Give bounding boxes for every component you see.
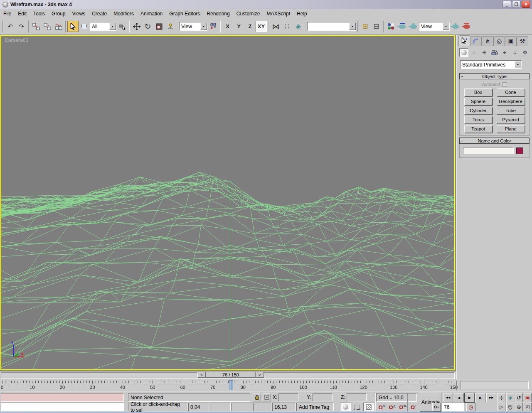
menu-edit[interactable]: Edit	[15, 10, 30, 17]
menu-customize[interactable]: Customize	[233, 10, 264, 17]
box-button[interactable]: Box	[464, 88, 493, 96]
snap-toggle-3d-button[interactable]: Ω3	[377, 403, 387, 411]
minimize-button[interactable]: _	[502, 1, 511, 8]
object-name-input[interactable]	[463, 147, 514, 154]
array-button[interactable]: ∷	[281, 21, 293, 32]
mirror-button[interactable]: ⋈	[270, 21, 281, 32]
go-to-start-button[interactable]: ◀◀	[443, 393, 453, 402]
selection-mode-button[interactable]	[352, 403, 362, 411]
category-cameras[interactable]	[490, 48, 499, 57]
restore-button[interactable]: ❐	[512, 1, 521, 8]
dropdown-arrow-icon[interactable]: ▼	[349, 23, 356, 30]
menu-maxscript[interactable]: MAXScript	[263, 10, 293, 17]
restrict-y-button[interactable]: Y	[233, 21, 244, 32]
menu-graph-editors[interactable]: Graph Editors	[166, 10, 203, 17]
torus-button[interactable]: Torus	[464, 116, 493, 124]
reference-coordinate-system-dropdown[interactable]: View ▼	[179, 22, 207, 31]
autogrid-checkbox[interactable]	[502, 82, 507, 87]
primitives-category-dropdown[interactable]: Standard Primitives ▼	[460, 60, 522, 69]
spinner-snap-toggle-button[interactable]: Ω↕	[409, 403, 418, 411]
time-display-field[interactable]	[272, 403, 296, 411]
play-button[interactable]: ▶	[465, 393, 475, 402]
tab-hierarchy[interactable]: ⋔	[482, 36, 493, 46]
tab-utilities[interactable]: ⚒	[517, 36, 528, 46]
selection-filter-dropdown[interactable]: All ▼	[90, 22, 116, 31]
select-and-move-button[interactable]	[131, 21, 142, 32]
dolly-camera-button[interactable]: ⊹	[498, 393, 505, 402]
quick-render-production-button[interactable]	[461, 21, 472, 32]
geosphere-button[interactable]: GeoSphere	[497, 98, 525, 106]
viewport-canvas[interactable]	[1, 36, 454, 369]
name-color-rollout-header[interactable]: - Name and Color	[459, 138, 530, 144]
redo-button[interactable]: ↷	[16, 21, 27, 32]
category-lights[interactable]: ☀	[480, 48, 489, 57]
y-coord-field[interactable]	[313, 393, 332, 401]
dropdown-arrow-icon[interactable]: ▼	[200, 23, 207, 30]
percent-snap-toggle-button[interactable]: Ω%	[398, 403, 407, 411]
tab-motion[interactable]: ◎	[493, 36, 505, 46]
field-of-view-button[interactable]: ▷	[498, 403, 505, 411]
menu-views[interactable]: Views	[69, 10, 89, 17]
select-and-rotate-button[interactable]: ↻	[142, 21, 153, 32]
previous-frame-arrow[interactable]: <	[197, 372, 206, 378]
maxscript-mini-listener-white[interactable]	[1, 403, 124, 411]
pyramid-button[interactable]: Pyramid	[497, 116, 525, 124]
time-configuration-button[interactable]: ◷	[466, 403, 475, 411]
cone-button[interactable]: Cone	[497, 88, 525, 96]
rectangular-selection-region-button[interactable]	[79, 21, 90, 32]
category-shapes[interactable]: ○	[470, 48, 479, 57]
roll-camera-button[interactable]: ↺	[515, 393, 523, 402]
tube-button[interactable]: Tube	[497, 107, 525, 115]
key-mode-toggle-button[interactable]	[432, 403, 441, 411]
time-slider-label[interactable]: 76 / 150	[206, 372, 256, 378]
window-crossing-toggle-button[interactable]	[363, 403, 374, 411]
spinner-precision-field[interactable]	[188, 403, 209, 411]
tab-modify[interactable]	[470, 36, 482, 46]
menu-help[interactable]: Help	[293, 10, 310, 17]
menu-modifiers[interactable]: Modifiers	[110, 10, 137, 17]
named-selection-sets-dropdown[interactable]: ▼	[307, 22, 356, 31]
region-zoom-button[interactable]: ▣	[524, 393, 532, 402]
dropdown-arrow-icon[interactable]: ▼	[515, 61, 521, 68]
category-helpers[interactable]: ⌖	[500, 48, 509, 57]
tab-create[interactable]	[458, 35, 470, 46]
add-time-tag[interactable]: Add Time Tag	[296, 403, 334, 411]
restrict-z-button[interactable]: Z	[244, 21, 256, 32]
pan-button[interactable]	[506, 403, 514, 411]
schematic-view-button[interactable]: ⊟	[371, 21, 382, 32]
dropdown-arrow-icon[interactable]: ▼	[443, 23, 449, 30]
render-last-button[interactable]	[450, 21, 461, 32]
select-by-name-button[interactable]	[116, 21, 128, 32]
menu-file[interactable]: File	[0, 10, 15, 17]
render-type-dropdown[interactable]: View ▼	[419, 22, 450, 31]
bind-to-space-warp-button[interactable]	[53, 21, 64, 32]
cylinder-button[interactable]: Cylinder	[464, 107, 493, 115]
undo-button[interactable]: ↶	[5, 21, 16, 32]
z-coord-field[interactable]	[347, 393, 367, 401]
select-and-manipulate-button[interactable]	[165, 21, 176, 32]
category-geometry[interactable]	[459, 48, 468, 57]
lock-selection-button[interactable]	[253, 393, 261, 401]
category-space-warps[interactable]: ≈	[510, 48, 520, 57]
angle-snap-toggle-button[interactable]: Ω∠	[387, 403, 397, 411]
align-button[interactable]: ◈	[293, 21, 304, 32]
object-color-swatch[interactable]	[516, 148, 523, 154]
next-frame-arrow[interactable]: >	[256, 372, 264, 378]
x-coord-field[interactable]	[278, 393, 298, 401]
use-pivot-point-center-button[interactable]	[207, 21, 219, 32]
plane-button[interactable]: Plane	[497, 125, 525, 133]
menu-tools[interactable]: Tools	[30, 10, 48, 17]
menu-create[interactable]: Create	[89, 10, 110, 17]
previous-frame-button[interactable]: ◀	[454, 393, 464, 402]
go-to-end-button[interactable]: ▶▶	[486, 393, 496, 402]
menu-animation[interactable]: Animation	[137, 10, 166, 17]
time-slider-handle[interactable]: < 76 / 150 >	[197, 372, 264, 378]
degradation-override-button[interactable]	[340, 403, 351, 411]
render-scene-button[interactable]	[397, 21, 408, 32]
select-and-scale-button[interactable]	[153, 21, 165, 32]
collapse-icon[interactable]: -	[461, 138, 463, 143]
material-editor-button[interactable]	[385, 21, 397, 32]
timeline-ruler[interactable]	[0, 380, 459, 391]
select-and-link-button[interactable]	[30, 21, 42, 32]
restrict-xy-plane-button[interactable]: XY	[256, 21, 267, 32]
